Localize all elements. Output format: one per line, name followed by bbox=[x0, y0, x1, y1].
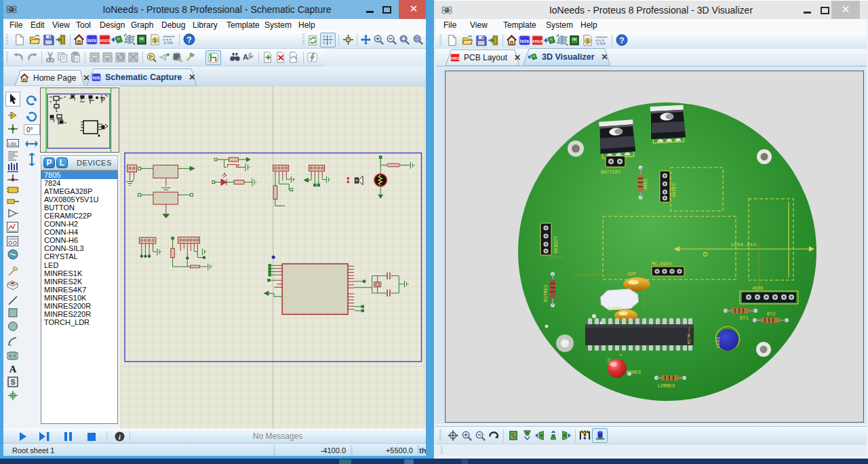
svg-text:MC-S904: MC-S904 bbox=[652, 261, 671, 267]
svg-text:+: + bbox=[619, 352, 623, 358]
svg-text:LDRRES: LDRRES bbox=[658, 383, 675, 389]
svg-text:4RES: 4RES bbox=[643, 178, 648, 190]
svg-text:REBOOT: REBOOT bbox=[553, 236, 559, 253]
svg-text:4Q85: 4Q85 bbox=[752, 286, 764, 291]
svg-text:1X60.5th: 1X60.5th bbox=[730, 241, 757, 248]
svg-text:LDR1: LDR1 bbox=[715, 336, 721, 348]
svg-text:LED: LED bbox=[607, 357, 612, 365]
svg-text:A: A bbox=[9, 364, 17, 374]
svg-text:GATES: GATES bbox=[671, 183, 677, 197]
svg-text:EDRES: EDRES bbox=[627, 370, 641, 375]
svg-text:22P: 22P bbox=[627, 271, 636, 277]
svg-text:i: i bbox=[119, 433, 121, 441]
svg-text:RSTRES: RSTRES bbox=[543, 285, 549, 302]
svg-text:BATTERY: BATTERY bbox=[601, 170, 621, 175]
svg-text:MITM•••: MITM••• bbox=[687, 327, 692, 344]
svg-text:BT2: BT2 bbox=[767, 311, 776, 317]
svg-text:LBL: LBL bbox=[8, 141, 18, 147]
svg-text:BT1: BT1 bbox=[740, 315, 749, 321]
svg-text:S: S bbox=[11, 379, 16, 386]
